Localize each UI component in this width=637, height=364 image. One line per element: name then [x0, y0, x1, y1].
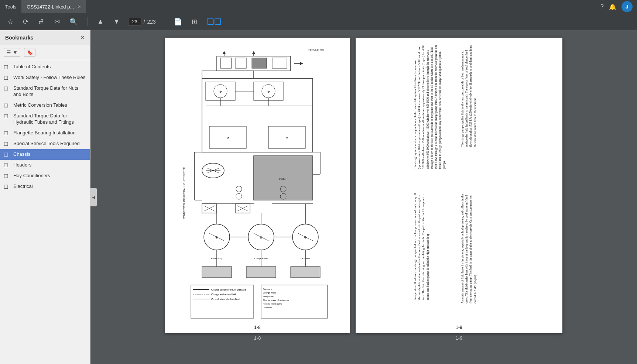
nav-bookmark-icon-hc: ☐: [4, 173, 10, 179]
page-down-button[interactable]: ▼: [112, 16, 121, 27]
nav-label-hc: Hay Conditioners: [13, 173, 50, 179]
tab-spacer: [86, 0, 596, 13]
nav-bookmark-icon-ss: ☐: [4, 141, 10, 147]
svg-text:Pump head: Pump head: [263, 295, 274, 298]
right-page-text-col2: The charge pump supplies fluid to the lo…: [460, 44, 505, 147]
nav-bookmark-icon-el: ☐: [4, 184, 10, 190]
nav-label-toc: Table of Contents: [13, 64, 51, 70]
nav-label-ws: Work Safely - Follow These Rules: [13, 75, 85, 81]
sidebar-list-view-button[interactable]: ☰ ▼: [4, 48, 20, 57]
svg-text:PUMP: PUMP: [279, 177, 287, 181]
tab-bar: Tools GSS14722-Linked p... ✕ ? 🔔 J: [0, 0, 637, 13]
toolbar-separator-1: [87, 17, 88, 26]
sidebar-toolbar: ☰ ▼ 🔖: [0, 45, 90, 60]
pdf-area[interactable]: FERM-11709 WINDROWER AND HYDRAULIC LIFT …: [90, 30, 637, 364]
tab-tools-label: Tools: [5, 4, 16, 10]
help-icon[interactable]: ?: [600, 3, 604, 10]
back-button[interactable]: ⟳: [21, 16, 30, 27]
bookmark-button[interactable]: ☆: [6, 16, 15, 27]
nav-label-sth: Standard Torque Data for Hydraulic Tubes…: [13, 113, 86, 126]
svg-text:Case drain and return fluid: Case drain and return fluid: [211, 298, 240, 301]
nav-bookmark-icon-ch: ☐: [4, 152, 10, 158]
print-button[interactable]: 🖨: [37, 16, 46, 27]
sidebar-item-standard-torque-hydraulic[interactable]: ☐ Standard Torque Data for Hydraulic Tub…: [0, 111, 90, 128]
sidebar-item-work-safely[interactable]: ☐ Work Safely - Follow These Rules: [0, 72, 90, 83]
sidebar-item-metric-conversion[interactable]: ☐ Metric Conversion Tables: [0, 100, 90, 111]
compare-view-button[interactable]: ❑❑: [205, 16, 223, 28]
main-area: Bookmarks ✕ ☰ ▼ 🔖 ☐ Table of Contents ☐ …: [0, 30, 637, 364]
sidebar-item-flangette[interactable]: ☐ Flangette Bearing Installation: [0, 128, 90, 138]
svg-text:Charge pump minimum pressure: Charge pump minimum pressure: [211, 288, 246, 291]
svg-text:Return - front pump: Return - front pump: [263, 303, 282, 305]
toolbar-separator-2: [164, 17, 164, 26]
sidebar-header: Bookmarks ✕: [0, 30, 90, 45]
grid-view-button[interactable]: ⊞: [190, 16, 199, 27]
tab-document[interactable]: GSS14722-Linked p... ✕: [21, 0, 86, 13]
sidebar-item-headers[interactable]: ☐ Headers: [0, 160, 90, 171]
svg-text:Pump body: Pump body: [211, 257, 222, 260]
nav-bookmark-icon-fl: ☐: [4, 130, 10, 136]
doc-view-button[interactable]: 📄: [172, 16, 184, 27]
svg-rect-6: [252, 58, 267, 68]
pdf-page-text: The charge system works in conjunction w…: [356, 38, 562, 333]
sidebar-item-table-of-contents[interactable]: ☐ Table of Contents: [0, 62, 90, 72]
tab-tools[interactable]: Tools: [0, 0, 21, 13]
svg-text:FERM-11709: FERM-11709: [308, 49, 324, 51]
svg-rect-56: [246, 267, 276, 278]
pdf-page-right: The charge system works in conjunction w…: [356, 38, 562, 341]
mail-button[interactable]: ✉: [53, 16, 61, 27]
page-number-left: 1-8: [165, 325, 350, 330]
svg-text:Charge and return fluid: Charge and return fluid: [211, 293, 236, 296]
sidebar-item-special-service[interactable]: ☐ Special Service Tools Required: [0, 138, 90, 149]
sidebar-bookmark-add-button[interactable]: 🔖: [24, 48, 35, 57]
nav-label-stn: Standard Torque Data for Nuts and Bolts: [13, 85, 86, 98]
right-page-text-col1: The charge system works in conjunction w…: [413, 44, 458, 169]
svg-text:M: M: [226, 136, 229, 140]
sidebar-nav: ☐ Table of Contents ☐ Work Safely - Foll…: [0, 60, 90, 364]
nav-label-hd: Headers: [13, 162, 31, 168]
page-number-input[interactable]: [128, 18, 141, 25]
right-page-text-col4: A certain amount of fluid leaks by the p…: [460, 189, 505, 303]
sidebar-item-standard-torque-nuts[interactable]: ☐ Standard Torque Data for Nuts and Bolt…: [0, 83, 90, 100]
tab-document-label: GSS14722-Linked p...: [27, 4, 74, 10]
page-separator: /: [144, 19, 145, 25]
notification-icon[interactable]: 🔔: [609, 3, 616, 10]
nav-label-el: Electrical: [13, 183, 33, 190]
sidebar-header-icons: ✕: [80, 34, 85, 41]
search-button[interactable]: 🔍: [68, 16, 79, 27]
svg-text:Oil cooler: Oil cooler: [263, 306, 272, 309]
svg-text:Charge water - front pump: Charge water - front pump: [263, 299, 289, 301]
toolbar: ☆ ⟳ 🖨 ✉ 🔍 ▲ ▼ / 223 📄 ⊞ ❑❑: [0, 13, 637, 30]
svg-text:Oil cooler: Oil cooler: [301, 257, 310, 260]
sidebar-collapse-handle[interactable]: ◀: [90, 188, 97, 206]
sidebar-close-button[interactable]: ✕: [80, 34, 85, 41]
svg-text:M: M: [285, 136, 288, 140]
pdf-page-left: FERM-11709 WINDROWER AND HYDRAULIC LIFT …: [165, 38, 350, 341]
nav-label-fl: Flangette Bearing Installation: [13, 130, 75, 136]
nav-label-ss: Special Service Tools Required: [13, 141, 80, 147]
page-label-right: 1-9: [356, 335, 562, 341]
tab-close-icon[interactable]: ✕: [78, 4, 81, 9]
svg-text:Charge Pump: Charge Pump: [254, 257, 268, 260]
pdf-pages-row: FERM-11709 WINDROWER AND HYDRAULIC LIFT …: [165, 38, 562, 341]
svg-text:Charge water: Charge water: [263, 292, 276, 294]
pdf-page-diagram: FERM-11709 WINDROWER AND HYDRAULIC LIFT …: [165, 38, 350, 333]
sidebar-item-chassis[interactable]: ☐ Chassis: [0, 149, 90, 160]
sidebar: Bookmarks ✕ ☰ ▼ 🔖 ☐ Table of Contents ☐ …: [0, 30, 90, 364]
page-nav: / 223: [128, 18, 156, 25]
page-number-right: 1-9: [356, 325, 562, 330]
page-total: 223: [147, 19, 156, 25]
svg-text:WINDROWER AND HYDRAULIC LIFT S: WINDROWER AND HYDRAULIC LIFT SYSTEM: [183, 167, 185, 219]
nav-bookmark-icon-sth: ☐: [4, 113, 10, 119]
svg-rect-55: [202, 267, 232, 278]
sidebar-item-electrical[interactable]: ☐ Electrical: [0, 181, 90, 192]
page-up-button[interactable]: ▲: [96, 16, 105, 27]
svg-rect-57: [291, 267, 320, 278]
sidebar-item-hay-conditioners[interactable]: ☐ Hay Conditioners: [0, 171, 90, 181]
nav-label-ch: Chassis: [13, 151, 30, 158]
nav-bookmark-icon-stn: ☐: [4, 86, 10, 92]
svg-text:Pressure: Pressure: [263, 288, 272, 290]
user-avatar[interactable]: J: [621, 1, 633, 12]
tab-action-area: ? 🔔 J: [596, 0, 637, 13]
nav-bookmark-icon-ws: ☐: [4, 75, 10, 81]
